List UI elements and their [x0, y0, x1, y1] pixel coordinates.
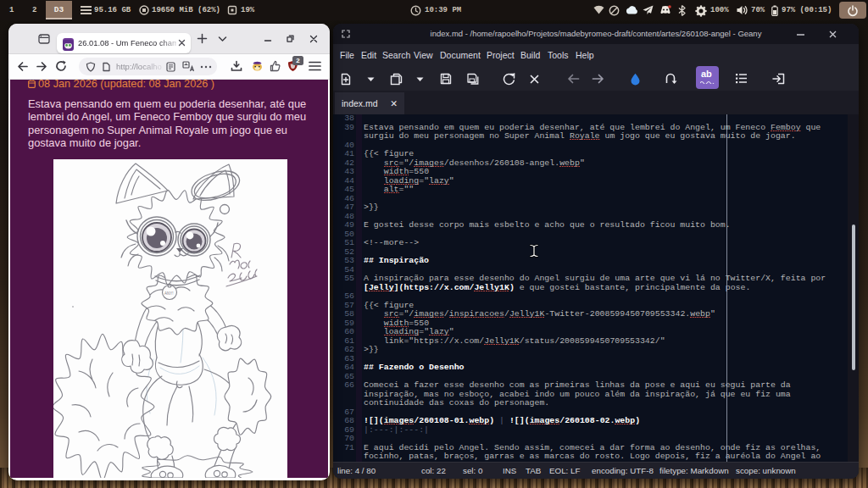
svg-text:ANY!: ANY! — [164, 291, 174, 296]
